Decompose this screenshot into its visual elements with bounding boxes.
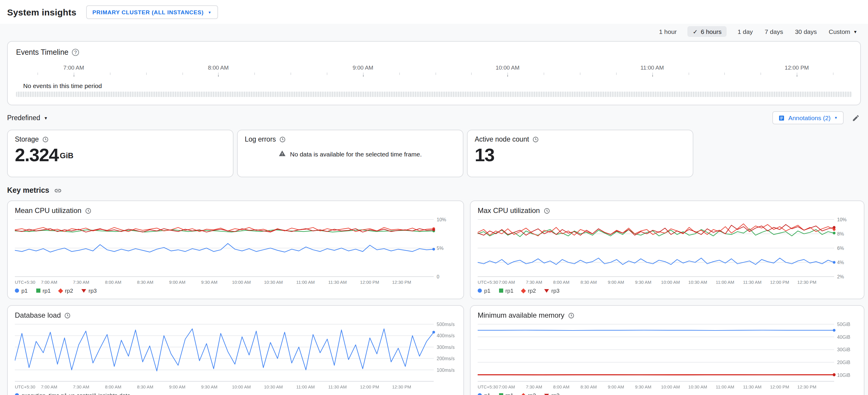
timeline-minor-tick (833, 73, 834, 75)
timeline-minor-tick (110, 73, 111, 75)
time-icon (85, 207, 92, 214)
svg-text:12:00 PM: 12:00 PM (360, 384, 379, 389)
timeline-minor-tick (652, 73, 653, 75)
diamond-marker-icon (521, 393, 526, 395)
svg-text:9:00 AM: 9:00 AM (169, 384, 185, 389)
legend-item-execution_time[interactable]: execution_time p1 us-central1 insights-d… (15, 392, 130, 395)
chart-title: Minimum available memory (478, 311, 564, 319)
svg-text:7:30 AM: 7:30 AM (73, 280, 89, 285)
svg-text:12:30 PM: 12:30 PM (392, 280, 411, 285)
svg-text:11:00 AM: 11:00 AM (296, 280, 315, 285)
time-range-option-1-hour[interactable]: 1 hour (658, 26, 678, 37)
triangle-marker-icon (82, 289, 86, 292)
timeline-minor-tick (797, 73, 797, 75)
events-timeline-card: Events Timeline ? 7:00 AM8:00 AM9:00 AM1… (7, 41, 861, 105)
storage-value: 2.324 (15, 145, 59, 166)
chevron-down-icon: ▼ (208, 10, 212, 14)
svg-text:12:00 PM: 12:00 PM (770, 280, 789, 285)
timeline-minor-tick (327, 73, 328, 75)
chart-card-mean-cpu: Mean CPU utilization 10%5%0UTC+5:307:00 … (7, 200, 464, 299)
legend-item-rp1[interactable]: rp1 (499, 392, 513, 395)
predefined-label: Predefined (7, 114, 40, 121)
timeline-hour-label: 8:00 AM (208, 64, 229, 71)
svg-text:10:30 AM: 10:30 AM (688, 384, 707, 389)
svg-text:7:00 AM: 7:00 AM (498, 384, 515, 389)
svg-text:8:00 AM: 8:00 AM (105, 280, 121, 285)
annotations-button[interactable]: Annotations (2) ▼ (772, 111, 844, 124)
timeline-minor-tick (724, 73, 725, 75)
time-icon (568, 312, 575, 318)
svg-text:10:00 AM: 10:00 AM (661, 384, 680, 389)
square-marker-icon (499, 393, 503, 395)
svg-text:8%: 8% (837, 231, 844, 236)
legend-item-rp3[interactable]: rp3 (82, 287, 97, 294)
svg-text:10%: 10% (837, 217, 847, 222)
circle-marker-icon (15, 288, 19, 293)
square-marker-icon (36, 288, 40, 293)
key-metrics-section: Key metrics (7, 186, 861, 195)
timeline-minor-tick (761, 73, 762, 75)
svg-text:UTC+5:30: UTC+5:30 (15, 384, 35, 389)
chart-mean-cpu[interactable]: 10%5%0UTC+5:307:00 AM7:30 AM8:00 AM8:30 … (15, 217, 456, 287)
svg-text:UTC+5:30: UTC+5:30 (478, 384, 498, 389)
svg-text:7:30 AM: 7:30 AM (73, 384, 89, 389)
chart-max-cpu[interactable]: 10%8%6%4%2%UTC+5:307:00 AM7:30 AM8:00 AM… (478, 217, 857, 287)
timeline-labels: 7:00 AM8:00 AM9:00 AM10:00 AM11:00 AM12:… (16, 64, 852, 72)
svg-text:10%: 10% (437, 217, 446, 222)
events-timeline-title: Events Timeline (16, 48, 68, 57)
svg-text:11:30 AM: 11:30 AM (328, 384, 347, 389)
legend-item-rp2[interactable]: rp2 (59, 287, 73, 294)
annotations-icon (778, 114, 785, 121)
svg-text:11:30 AM: 11:30 AM (328, 280, 347, 285)
legend-item-p1[interactable]: p1 (15, 287, 28, 294)
charts-grid: Mean CPU utilization 10%5%0UTC+5:307:00 … (7, 200, 861, 395)
legend-item-rp2[interactable]: rp2 (522, 392, 536, 395)
link-icon[interactable] (54, 187, 62, 194)
svg-text:9:30 AM: 9:30 AM (635, 280, 651, 285)
time-icon (543, 207, 550, 214)
chart-database-load[interactable]: 500ms/s400ms/s300ms/s200ms/s100ms/sUTC+5… (15, 321, 456, 391)
legend-item-rp1[interactable]: rp1 (499, 287, 513, 294)
svg-text:10:30 AM: 10:30 AM (264, 384, 283, 389)
cluster-selector-button[interactable]: PRIMARY CLUSTER (ALL INSTANCES) ▼ (86, 5, 218, 19)
events-timeline-axis: 7:00 AM8:00 AM9:00 AM10:00 AM11:00 AM12:… (16, 64, 852, 97)
help-icon[interactable]: ? (72, 49, 79, 56)
time-range-option-7-days[interactable]: 7 days (764, 26, 784, 37)
timeline-ticks (16, 73, 852, 78)
time-range-option-custom[interactable]: Custom▼ (828, 26, 859, 37)
circle-marker-icon (478, 288, 482, 293)
log-errors-title: Log errors (245, 136, 276, 143)
time-range-option-6-hours[interactable]: ✓6 hours (687, 26, 727, 37)
svg-text:200ms/s: 200ms/s (437, 356, 455, 361)
legend-item-rp3[interactable]: rp3 (544, 392, 559, 395)
metrics-toolbar: Predefined ▼ Annotations (2) ▼ (7, 111, 860, 124)
chart-min-memory[interactable]: 50GiB40GiB30GiB20GiB10GiBUTC+5:307:00 AM… (478, 321, 857, 391)
timeline-hour-label: 11:00 AM (641, 64, 664, 71)
legend-item-p1[interactable]: p1 (478, 392, 491, 395)
legend-item-rp3[interactable]: rp3 (544, 287, 559, 294)
time-icon (533, 136, 539, 142)
svg-text:10:30 AM: 10:30 AM (688, 280, 707, 285)
svg-text:7:00 AM: 7:00 AM (41, 280, 57, 285)
legend-item-rp2[interactable]: rp2 (522, 287, 536, 294)
legend-item-p1[interactable]: p1 (478, 287, 491, 294)
time-range-option-30-days[interactable]: 30 days (794, 26, 818, 37)
svg-text:11:00 AM: 11:00 AM (716, 280, 734, 285)
timeline-minor-tick (37, 73, 38, 75)
time-range-option-1-day[interactable]: 1 day (736, 26, 754, 37)
square-marker-icon (499, 288, 503, 293)
log-errors-message: No data is available for the selected ti… (290, 150, 422, 158)
svg-text:7:00 AM: 7:00 AM (41, 384, 57, 389)
predefined-dropdown[interactable]: Predefined ▼ (7, 114, 48, 121)
chart-card-max-cpu: Max CPU utilization 10%8%6%4%2%UTC+5:307… (470, 200, 864, 299)
page-title: System insights (7, 7, 76, 17)
timeline-minor-tick (218, 73, 219, 75)
edit-icon[interactable] (852, 114, 860, 122)
diamond-marker-icon (521, 288, 526, 293)
timeline-minor-tick (435, 73, 436, 75)
svg-text:4%: 4% (837, 260, 844, 265)
active-node-count-card: Active node count 13 (467, 130, 693, 177)
legend-item-rp1[interactable]: rp1 (36, 287, 51, 294)
log-errors-card: Log errors No data is available for the … (237, 130, 463, 177)
svg-text:9:30 AM: 9:30 AM (635, 384, 651, 389)
